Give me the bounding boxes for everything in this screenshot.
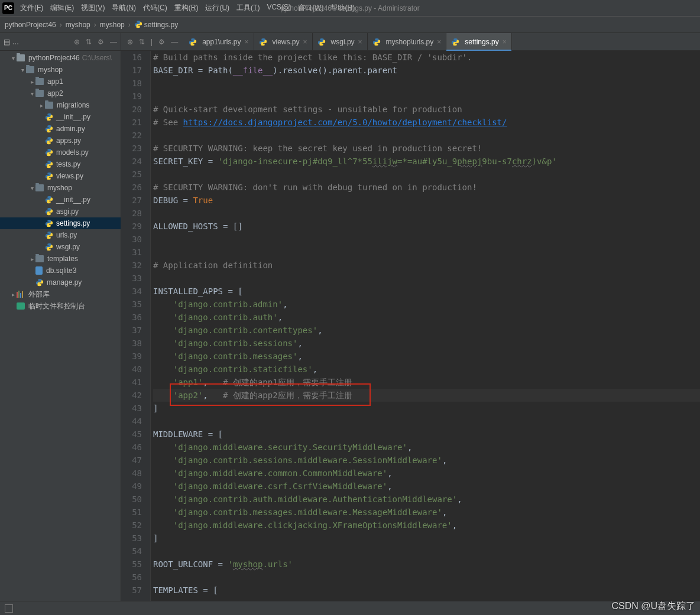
tree-item[interactable]: ▸app1 [0, 76, 121, 87]
tree-arrow-icon[interactable]: ▾ [19, 67, 26, 73]
code-line[interactable] [153, 571, 700, 584]
tree-arrow-icon[interactable]: ▸ [28, 256, 35, 262]
code-line[interactable]: 'app1', # 创建的app1应用，需要手工注册 [153, 376, 700, 389]
code-line[interactable]: TEMPLATES = [ [153, 584, 700, 597]
code-area[interactable]: # Build paths inside the project like th… [151, 51, 700, 601]
code-line[interactable]: 'django.contrib.messages', [153, 350, 700, 363]
code-line[interactable] [153, 272, 700, 285]
code-line[interactable]: INSTALLED_APPS = [ [153, 285, 700, 298]
project-selector-icon[interactable]: ▤ … [4, 38, 19, 46]
editor-tab[interactable]: settings.py× [446, 33, 511, 50]
code-line[interactable]: 'app2', # 创建的app2应用，需要手工注册 [153, 389, 700, 402]
tree-item[interactable]: ▸templates [0, 253, 121, 265]
tree-item[interactable]: ▸外部库 [0, 288, 121, 300]
code-line[interactable]: 'django.middleware.security.SecurityMidd… [153, 441, 700, 454]
close-tab-icon[interactable]: × [245, 38, 249, 46]
sidebar-tool-icon[interactable]: ⚙ [98, 38, 104, 46]
code-line[interactable]: ] [153, 532, 700, 545]
code-line[interactable]: DEBUG = True [153, 194, 700, 207]
editor-tab[interactable]: myshop\urls.py× [368, 33, 447, 50]
sidebar-tool-icon[interactable]: — [110, 38, 117, 46]
tree-item[interactable]: apps.py [0, 135, 121, 147]
close-tab-icon[interactable]: × [437, 38, 441, 46]
menu-item[interactable]: 导航(N) [112, 3, 136, 13]
editor-tab[interactable]: app1\urls.py× [184, 33, 254, 50]
code-line[interactable] [153, 246, 700, 259]
code-line[interactable]: MIDDLEWARE = [ [153, 428, 700, 441]
tree-item[interactable]: settings.py [0, 217, 121, 229]
breadcrumb-item[interactable]: myshop [66, 21, 90, 29]
breadcrumb-item[interactable]: myshop [100, 21, 125, 29]
status-indicator-icon[interactable] [5, 604, 13, 613]
menu-item[interactable]: 运行(U) [205, 3, 229, 13]
code-line[interactable]: SECRET_KEY = 'django-insecure-pj#dq9_ll^… [153, 155, 700, 168]
tree-item[interactable]: wsgi.py [0, 241, 121, 253]
code-line[interactable] [153, 129, 700, 142]
code-line[interactable]: # Build paths inside the project like th… [153, 51, 700, 64]
code-editor[interactable]: 1617181920212223242526272829303132333435… [121, 51, 700, 601]
code-line[interactable]: # Quick-start development settings - uns… [153, 103, 700, 116]
code-line[interactable]: # Application definition [153, 259, 700, 272]
menu-item[interactable]: 工具(T) [236, 3, 260, 13]
editor-tab[interactable]: views.py× [254, 33, 313, 50]
tree-item[interactable]: views.py [0, 170, 121, 182]
sidebar-tool-icon[interactable]: ⇅ [86, 38, 92, 46]
code-line[interactable] [153, 415, 700, 428]
tree-arrow-icon[interactable]: ▾ [9, 55, 17, 61]
tree-item[interactable]: __init__.py [0, 111, 121, 123]
tree-item[interactable]: __init__.py [0, 194, 121, 206]
tree-item[interactable]: ▾myshop [0, 182, 121, 194]
menu-item[interactable]: 文件(F) [20, 3, 43, 13]
tree-item[interactable]: db.sqlite3 [0, 265, 121, 276]
tab-target-icon[interactable]: ⊕ [127, 38, 133, 46]
code-line[interactable] [153, 207, 700, 220]
close-tab-icon[interactable]: × [503, 38, 507, 46]
code-line[interactable] [153, 90, 700, 103]
menu-item[interactable]: 编辑(E) [50, 3, 74, 13]
menu-item[interactable]: 代码(C) [143, 3, 167, 13]
code-line[interactable]: 'django.contrib.sessions.middleware.Sess… [153, 454, 700, 467]
tree-arrow-icon[interactable]: ▸ [28, 79, 35, 85]
code-line[interactable]: 'django.contrib.admin', [153, 298, 700, 311]
tree-arrow-icon[interactable]: ▾ [28, 90, 35, 97]
editor-tab[interactable]: wsgi.py× [313, 33, 368, 50]
breadcrumb-item[interactable]: pythonProject46 [5, 21, 56, 29]
tree-item[interactable]: admin.py [0, 123, 121, 135]
project-tree[interactable]: ▾pythonProject46C:\Users\▾myshop▸app1▾ap… [0, 51, 121, 601]
close-tab-icon[interactable]: × [303, 38, 307, 46]
menu-item[interactable]: 重构(R) [174, 3, 199, 13]
tree-item[interactable]: urls.py [0, 229, 121, 241]
code-line[interactable] [153, 168, 700, 181]
tree-item[interactable]: asgi.py [0, 206, 121, 217]
code-line[interactable]: 'django.contrib.staticfiles', [153, 363, 700, 376]
code-line[interactable]: 'django.contrib.auth', [153, 311, 700, 324]
tree-arrow-icon[interactable]: ▾ [28, 185, 35, 191]
breadcrumb-item[interactable]: settings.py [134, 20, 178, 29]
tree-arrow-icon[interactable]: ▸ [38, 102, 45, 109]
code-line[interactable]: # SECURITY WARNING: keep the secret key … [153, 142, 700, 155]
sidebar-tool-icon[interactable]: ⊕ [74, 38, 80, 46]
menu-item[interactable]: 视图(V) [81, 3, 105, 13]
code-line[interactable] [153, 545, 700, 558]
tree-item[interactable]: 临时文件和控制台 [0, 300, 121, 312]
code-line[interactable]: 'django.middleware.common.CommonMiddlewa… [153, 467, 700, 480]
code-line[interactable]: ROOT_URLCONF = 'myshop.urls' [153, 558, 700, 571]
code-line[interactable]: 'django.contrib.sessions', [153, 337, 700, 350]
tab-settings-icon[interactable]: ⇅ [139, 38, 145, 46]
code-line[interactable]: ] [153, 402, 700, 415]
tree-item[interactable]: ▾pythonProject46C:\Users\ [0, 52, 121, 64]
code-line[interactable]: 'django.middleware.clickjacking.XFrameOp… [153, 519, 700, 532]
breadcrumb[interactable]: pythonProject46myshopmyshopsettings.py [0, 17, 700, 33]
code-line[interactable]: 'django.contrib.messages.middleware.Mess… [153, 506, 700, 519]
code-line[interactable]: 'django.middleware.csrf.CsrfViewMiddlewa… [153, 480, 700, 493]
code-line[interactable]: 'django.contrib.contenttypes', [153, 324, 700, 337]
code-line[interactable]: BASE_DIR = Path(__file__).resolve().pare… [153, 64, 700, 77]
tree-item[interactable]: ▾myshop [0, 64, 121, 76]
tree-arrow-icon[interactable]: ▸ [9, 291, 17, 298]
tree-item[interactable]: models.py [0, 147, 121, 158]
tree-item[interactable]: manage.py [0, 276, 121, 288]
code-line[interactable]: # SECURITY WARNING: don't run with debug… [153, 181, 700, 194]
tree-item[interactable]: ▸migrations [0, 99, 121, 111]
tab-hide-icon[interactable]: — [171, 38, 178, 46]
tree-item[interactable]: tests.py [0, 158, 121, 170]
